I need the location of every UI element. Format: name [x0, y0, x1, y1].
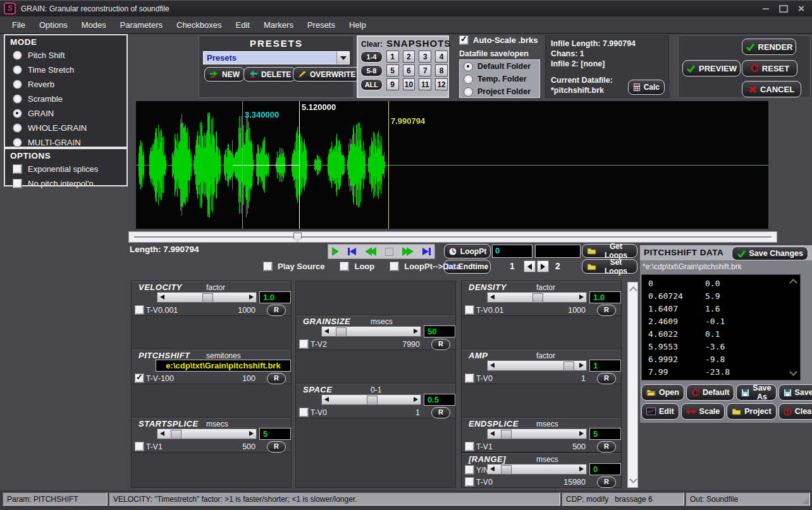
preset-new-button[interactable]: NEW — [204, 67, 245, 82]
params-scrollbar[interactable] — [627, 282, 638, 488]
snapshot-slot-11[interactable]: 11 — [419, 78, 431, 90]
cancel-button[interactable]: CANCEL — [742, 81, 801, 97]
resize-grip[interactable] — [801, 496, 809, 504]
save-button[interactable]: Save — [778, 384, 812, 401]
param-reset-button[interactable]: R — [431, 339, 450, 350]
param-reset-button[interactable]: R — [597, 441, 616, 452]
checkbox-icon[interactable] — [13, 164, 22, 174]
param-slider[interactable] — [487, 292, 587, 303]
snapshot-slot-4[interactable]: 4 — [435, 51, 448, 63]
checkbox-icon[interactable] — [390, 262, 399, 271]
checkbox-icon[interactable] — [263, 262, 273, 271]
option-no-pitch-interpol-n[interactable]: No pitch interpol'n — [5, 176, 126, 191]
slider-left-arrow-icon[interactable] — [160, 431, 164, 436]
snapshot-slot-8[interactable]: 8 — [435, 64, 448, 76]
param-value[interactable]: 5 — [589, 428, 621, 440]
slider-right-arrow-icon[interactable] — [249, 294, 254, 300]
snapshot-slot-1[interactable]: 1 — [386, 51, 399, 63]
param-reset-button[interactable]: R — [267, 373, 286, 384]
slider-thumb[interactable] — [202, 293, 213, 303]
play-option-loop[interactable]: Loop — [340, 261, 374, 271]
slider-thumb[interactable] — [563, 361, 574, 371]
slider-thumb[interactable] — [501, 465, 512, 475]
snapshot-slot-12[interactable]: 12 — [435, 78, 448, 90]
clear-button[interactable]: Clear — [778, 403, 812, 420]
preset-overwrite-button[interactable]: OVERWRITE — [293, 67, 360, 82]
slider-right-arrow-icon[interactable] — [414, 329, 418, 334]
snapshot-slot-2[interactable]: 2 — [403, 51, 415, 63]
preview-button[interactable]: PREVIEW — [682, 60, 741, 76]
slider-left-arrow-icon[interactable] — [324, 329, 329, 334]
tv-checkbox[interactable] — [299, 339, 309, 349]
slider-thumb[interactable] — [501, 430, 512, 439]
autoscale-row[interactable]: Auto-Scale .brks — [459, 35, 540, 45]
slider-thumb[interactable] — [336, 327, 347, 337]
go-to-start-button[interactable] — [348, 248, 356, 255]
snapshot-slot-10[interactable]: 10 — [403, 78, 415, 90]
snapshot-slot-3[interactable]: 3 — [419, 51, 431, 63]
param-slider[interactable] — [487, 428, 587, 439]
slider-right-arrow-icon[interactable] — [579, 294, 584, 300]
checkbox-icon[interactable] — [13, 179, 22, 188]
scroll-down-icon[interactable] — [629, 475, 637, 483]
loop-point-field-2[interactable] — [535, 245, 581, 258]
snapshot-slot-7[interactable]: 7 — [419, 64, 431, 76]
menu-help[interactable]: Help — [342, 18, 373, 32]
scale-button[interactable]: Scale — [681, 403, 725, 420]
snapshot-clear-all[interactable]: ALL — [360, 79, 383, 90]
param-reset-button[interactable]: R — [267, 441, 286, 452]
slider-left-arrow-icon[interactable] — [490, 466, 495, 471]
param-value[interactable]: 1 — [589, 360, 621, 372]
yn-checkbox[interactable] — [465, 465, 474, 475]
mode-option-scramble[interactable]: Scramble — [5, 92, 126, 106]
tv-checkbox[interactable] — [465, 442, 474, 451]
open-button[interactable]: Open — [641, 384, 684, 401]
dropdown-arrow-button[interactable] — [336, 52, 349, 64]
option-exponential-splices[interactable]: Exponential splices — [5, 162, 126, 176]
render-button[interactable]: RENDER — [742, 39, 796, 55]
play-option-play-source[interactable]: Play Source — [263, 261, 324, 271]
reset-button[interactable]: RESET — [742, 60, 797, 76]
menu-checkboxes[interactable]: Checkboxes — [169, 18, 229, 32]
param-slider[interactable] — [157, 292, 257, 303]
menu-edit[interactable]: Edit — [229, 18, 257, 32]
slider-right-arrow-icon[interactable] — [579, 431, 584, 436]
preset-delete-button[interactable]: DELETE — [243, 67, 296, 82]
fast-forward-button[interactable] — [402, 247, 414, 256]
slider-right-arrow-icon[interactable] — [579, 466, 584, 471]
rewind-button[interactable] — [365, 247, 376, 256]
param-value[interactable]: 50 — [424, 325, 455, 337]
marker-prev-button[interactable] — [524, 260, 536, 272]
slider-thumb[interactable] — [532, 293, 543, 303]
param-value[interactable]: 0.5 — [424, 394, 455, 406]
minimize-icon[interactable] — [763, 8, 769, 9]
default-button[interactable]: Default — [686, 384, 734, 401]
loop-point-field-1[interactable]: 0 — [492, 245, 532, 258]
param-value[interactable]: 1.0 — [589, 291, 621, 303]
menu-options[interactable]: Options — [32, 18, 75, 32]
stop-button[interactable] — [385, 248, 393, 256]
tv-checkbox[interactable] — [465, 373, 474, 383]
menu-markers[interactable]: Markers — [257, 18, 300, 32]
slider-left-arrow-icon[interactable] — [324, 397, 329, 402]
slider-right-arrow-icon[interactable] — [249, 431, 254, 436]
slider-left-arrow-icon[interactable] — [490, 431, 495, 436]
project-button[interactable]: Project — [727, 403, 776, 420]
calc-button[interactable]: Calc — [628, 80, 665, 95]
waveform-display[interactable]: 3.3400005.1200007.990794 — [136, 101, 768, 229]
param-reset-button[interactable]: R — [597, 373, 616, 384]
menu-parameters[interactable]: Parameters — [113, 18, 169, 32]
slider-right-arrow-icon[interactable] — [414, 397, 418, 402]
datafile-option-project-folder[interactable]: Project Folder — [460, 85, 539, 98]
slider-thumb[interactable] — [367, 396, 378, 405]
play-option-looppt-data[interactable]: LoopPt-->Data — [390, 261, 460, 271]
mode-option-pitch-shift[interactable]: Pitch Shift — [5, 48, 126, 63]
param-slider[interactable] — [321, 326, 421, 337]
param-file-value[interactable]: e:\cdp\txt\Grain\pitchshift.brk — [156, 360, 291, 372]
snapshot-slot-6[interactable]: 6 — [403, 64, 415, 76]
close-icon[interactable]: × — [798, 4, 804, 13]
mode-option-whole-grain[interactable]: WHOLE-GRAIN — [5, 121, 126, 135]
menu-file[interactable]: File — [5, 18, 32, 32]
get-loops-button[interactable]: Get Loops — [582, 244, 637, 258]
param-value[interactable]: 0 — [589, 463, 621, 475]
